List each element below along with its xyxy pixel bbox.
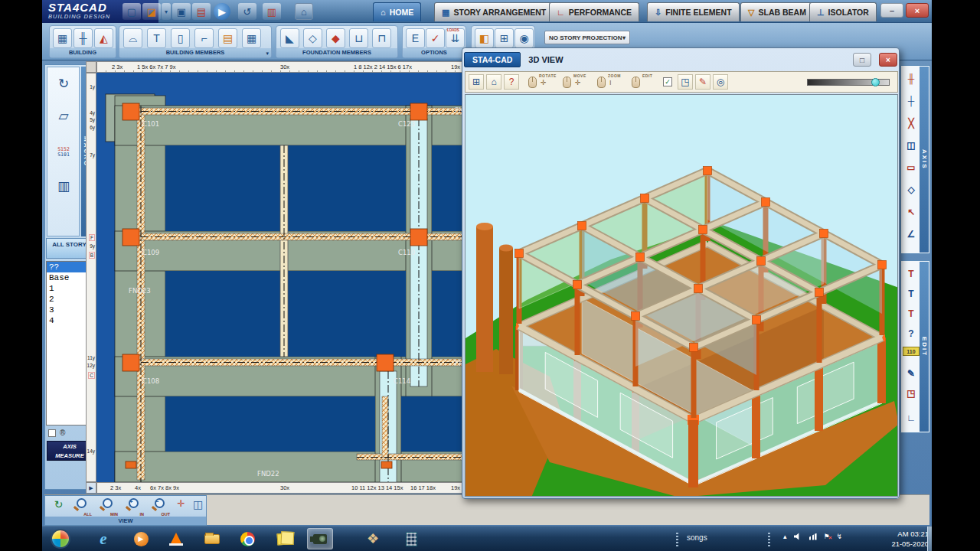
network-icon[interactable] xyxy=(809,533,817,540)
frame-all-button[interactable]: ⊞ xyxy=(469,74,484,90)
group-caret-icon[interactable]: ▾ xyxy=(266,51,269,57)
single-footing-button[interactable]: ◇ xyxy=(303,28,322,48)
taskbar-explorer[interactable] xyxy=(199,528,225,549)
home-view-button[interactable]: ⌂ xyxy=(295,3,313,20)
zoom-in-button[interactable]: + IN xyxy=(123,498,144,517)
tab-story-arrangement[interactable]: ▦ STORY ARRANGEMENT xyxy=(434,2,554,21)
t-column-button[interactable]: T xyxy=(147,28,166,48)
tray-expand-icon[interactable]: ▴ xyxy=(783,533,787,540)
tab-slab-beam[interactable]: ▽ SLAB BEAM xyxy=(740,2,814,21)
frame-view-button[interactable]: ⊞ xyxy=(495,28,514,48)
mouse-move-tool[interactable]: MOVE ✛ xyxy=(563,73,595,90)
zoom-all-button[interactable]: ALL xyxy=(71,498,92,517)
section-tool-button[interactable]: ▥ xyxy=(52,174,75,197)
mouse-zoom-tool[interactable]: ZOOM Ι xyxy=(597,73,629,90)
toolbar-grip[interactable] xyxy=(768,531,770,546)
mouse-edit-tool[interactable]: EDIT xyxy=(632,73,658,90)
axis-tool-4[interactable]: ◫ xyxy=(903,135,920,155)
edit-tool-chart[interactable]: ∟ xyxy=(903,408,920,428)
view3d-button[interactable]: ◧ xyxy=(475,28,494,48)
raft-foundation-button[interactable]: ◆ xyxy=(326,28,345,48)
save-button[interactable]: ▣ xyxy=(172,3,191,20)
refresh-axes-button[interactable]: ↻ xyxy=(52,72,75,95)
renumber-button[interactable]: S152 S101 xyxy=(52,141,75,164)
viewer3d-titlebar[interactable]: STA4-CAD 3D VIEW □ × xyxy=(464,50,897,70)
taskbar-clock[interactable]: AM 03:21 21-05-2020 xyxy=(866,529,929,549)
loads-button[interactable]: LOADS ⇊ xyxy=(446,28,465,48)
undo-button[interactable]: ↺ xyxy=(238,3,256,20)
tab-performance[interactable]: ∟ PERFORMANCE xyxy=(549,2,639,21)
open-file-button[interactable]: ◪ xyxy=(142,3,161,20)
slab-macro-button[interactable]: ▱ xyxy=(52,104,75,127)
zoom-out-button[interactable]: − OUT xyxy=(149,498,170,517)
edit-tool-3[interactable]: T xyxy=(903,304,920,324)
edit-tool-eraser[interactable]: ✎ xyxy=(903,364,920,383)
window-close-button[interactable]: × xyxy=(906,3,929,18)
slab-button[interactable]: ▦ xyxy=(242,28,261,48)
edit-tool-1[interactable]: T xyxy=(903,264,920,284)
start-button[interactable] xyxy=(47,528,74,549)
home-view3d-button[interactable]: ⌂ xyxy=(486,74,501,90)
shear-wall-button[interactable]: ◭ xyxy=(94,28,113,48)
window-minimize-button[interactable]: – xyxy=(880,3,903,18)
axis-tool-8[interactable]: ∠ xyxy=(903,224,920,244)
pan-view-button[interactable]: ◫ xyxy=(188,498,208,517)
axis-tool-7[interactable]: ↖ xyxy=(903,202,920,222)
building-model-button[interactable]: ▦ xyxy=(53,28,72,48)
taskbar-chrome[interactable] xyxy=(234,528,260,549)
axis-tool-1[interactable]: ╫ xyxy=(903,69,920,89)
ruler-play-button[interactable]: ▶ xyxy=(86,482,96,494)
edit-tool-help[interactable]: ? xyxy=(903,324,920,344)
songs-toolbar-label[interactable]: songs xyxy=(687,533,707,542)
slider-thumb[interactable] xyxy=(871,78,880,86)
magnify-doc-button[interactable]: ◎ xyxy=(713,74,728,90)
viewer3d-scene[interactable] xyxy=(465,94,898,497)
material-doc-button[interactable]: E xyxy=(406,28,425,48)
taskbar-ie[interactable]: e xyxy=(90,528,116,549)
tab-finite-element[interactable]: ⇩ FINITE ELEMENT xyxy=(647,2,740,21)
story-axes-button[interactable]: ╫ xyxy=(74,28,93,48)
axis-option-checkbox[interactable] xyxy=(48,429,56,437)
axis-tool-6[interactable]: ◇ xyxy=(903,180,920,200)
edit-tool-2[interactable]: T xyxy=(903,284,920,304)
masonry-button[interactable]: ▤ xyxy=(218,28,237,48)
redraw-button[interactable]: ↻ xyxy=(48,498,69,517)
volume-icon[interactable] xyxy=(794,533,802,540)
taskbar-screen-recorder[interactable] xyxy=(307,528,333,549)
tab-isolator[interactable]: ⊥ ISOLATOR xyxy=(809,2,877,21)
plan-canvas[interactable]: C101 C123 C109 C110 C108 C114 FND23 FND2… xyxy=(96,73,467,482)
eraser-tool-button[interactable]: ✎ xyxy=(695,74,710,90)
viewer3d-window[interactable]: STA4-CAD 3D VIEW □ × ⊞ ⌂ ? ROTATE ✛ MOVE xyxy=(462,47,900,499)
notes-button[interactable]: ▥ xyxy=(263,3,281,20)
run-analysis-button[interactable]: ▶ xyxy=(214,3,230,20)
check-model-button[interactable]: ✓ xyxy=(426,28,445,48)
tab-home[interactable]: ⌂ HOME xyxy=(373,2,421,21)
story-projection-dropdown[interactable]: NO STORY PROJECTION ▾ xyxy=(544,31,630,44)
taskbar-sta4cad-layers[interactable]: ❖ xyxy=(360,528,386,549)
new-file-button[interactable]: ▢ xyxy=(122,3,141,20)
footing-button[interactable]: ◣ xyxy=(280,28,299,48)
transparency-slider[interactable] xyxy=(807,79,890,86)
pile-button[interactable]: ⊓ xyxy=(372,28,391,48)
taskbar-media-player[interactable]: ▶ xyxy=(128,528,154,549)
edit-tool-dimension[interactable]: 110 xyxy=(903,347,920,356)
axis-tool-3[interactable]: ╳ xyxy=(903,113,920,133)
zoom-min-button[interactable]: MIN xyxy=(97,498,118,517)
axis-tool-5[interactable]: ▭ xyxy=(903,158,920,178)
taskbar-building-app[interactable] xyxy=(398,528,424,549)
taskbar-vlc[interactable] xyxy=(163,528,189,549)
poly-wall-button[interactable]: ⌐ xyxy=(194,28,214,48)
render-checkbox[interactable]: ✓ xyxy=(663,77,672,86)
help-button[interactable]: ? xyxy=(504,74,519,90)
viewer3d-close-button[interactable]: × xyxy=(879,53,897,67)
column-button[interactable]: ▯ xyxy=(171,28,190,48)
edit-tool-door[interactable]: ◳ xyxy=(903,383,920,403)
door-tool-button[interactable]: ◳ xyxy=(678,74,693,90)
beam-button[interactable]: ⌓ xyxy=(123,28,142,48)
action-center-flag-icon[interactable]: ⚑ xyxy=(824,533,830,540)
strip-footing-button[interactable]: ⊔ xyxy=(349,28,368,48)
open-file-caret[interactable]: ▾ xyxy=(162,3,171,20)
axis-tool-2[interactable]: ┼ xyxy=(903,91,920,111)
render-button[interactable]: ◉ xyxy=(514,28,534,48)
toolbar-grip[interactable] xyxy=(676,531,678,546)
